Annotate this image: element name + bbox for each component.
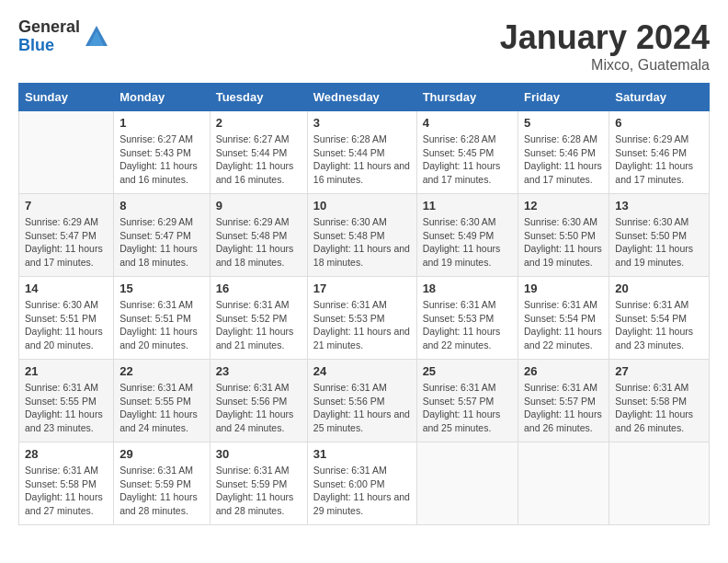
calendar-cell: 1 Sunrise: 6:27 AMSunset: 5:43 PMDayligh… — [114, 111, 210, 194]
day-number: 7 — [25, 199, 108, 213]
day-detail: Sunrise: 6:30 AMSunset: 5:50 PMDaylight:… — [615, 215, 703, 270]
calendar-cell: 10 Sunrise: 6:30 AMSunset: 5:48 PMDaylig… — [307, 194, 416, 277]
day-detail: Sunrise: 6:28 AMSunset: 5:44 PMDaylight:… — [313, 132, 411, 187]
day-detail: Sunrise: 6:27 AMSunset: 5:43 PMDaylight:… — [119, 132, 204, 187]
day-detail: Sunrise: 6:31 AMSunset: 5:55 PMDaylight:… — [119, 381, 204, 435]
day-detail: Sunrise: 6:31 AMSunset: 5:57 PMDaylight:… — [423, 381, 512, 435]
calendar-cell: 29 Sunrise: 6:31 AMSunset: 5:59 PMDaylig… — [114, 442, 210, 525]
weekday-header: Saturday — [609, 84, 710, 111]
day-detail: Sunrise: 6:30 AMSunset: 5:48 PMDaylight:… — [313, 215, 411, 270]
calendar-cell: 2 Sunrise: 6:27 AMSunset: 5:44 PMDayligh… — [210, 111, 307, 194]
calendar-cell: 12 Sunrise: 6:30 AMSunset: 5:50 PMDaylig… — [518, 194, 609, 277]
calendar-cell: 17 Sunrise: 6:31 AMSunset: 5:53 PMDaylig… — [307, 277, 416, 360]
day-detail: Sunrise: 6:31 AMSunset: 5:56 PMDaylight:… — [313, 381, 411, 435]
calendar-cell: 14 Sunrise: 6:30 AMSunset: 5:51 PMDaylig… — [19, 277, 114, 360]
calendar-cell: 9 Sunrise: 6:29 AMSunset: 5:48 PMDayligh… — [210, 194, 307, 277]
calendar-cell: 15 Sunrise: 6:31 AMSunset: 5:51 PMDaylig… — [114, 277, 210, 360]
day-detail: Sunrise: 6:31 AMSunset: 5:59 PMDaylight:… — [216, 464, 301, 518]
day-detail: Sunrise: 6:30 AMSunset: 5:50 PMDaylight:… — [524, 215, 603, 270]
calendar-cell: 5 Sunrise: 6:28 AMSunset: 5:46 PMDayligh… — [518, 111, 609, 194]
day-number: 12 — [524, 199, 603, 213]
calendar-week-row: 14 Sunrise: 6:30 AMSunset: 5:51 PMDaylig… — [19, 277, 710, 360]
day-number: 17 — [313, 282, 411, 295]
logo-general: General — [18, 18, 80, 37]
calendar-cell: 11 Sunrise: 6:30 AMSunset: 5:49 PMDaylig… — [416, 194, 518, 277]
title-block: January 2024 Mixco, Guatemala — [500, 18, 710, 74]
calendar-cell: 26 Sunrise: 6:31 AMSunset: 5:57 PMDaylig… — [518, 360, 609, 442]
day-detail: Sunrise: 6:31 AMSunset: 5:51 PMDaylight:… — [119, 298, 204, 352]
day-number: 13 — [615, 199, 703, 213]
calendar-cell: 24 Sunrise: 6:31 AMSunset: 5:56 PMDaylig… — [307, 360, 416, 442]
calendar-cell: 28 Sunrise: 6:31 AMSunset: 5:58 PMDaylig… — [19, 442, 114, 525]
calendar-cell: 30 Sunrise: 6:31 AMSunset: 5:59 PMDaylig… — [210, 442, 307, 525]
day-number: 29 — [119, 447, 204, 461]
day-detail: Sunrise: 6:29 AMSunset: 5:46 PMDaylight:… — [615, 132, 703, 187]
day-detail: Sunrise: 6:27 AMSunset: 5:44 PMDaylight:… — [216, 132, 301, 187]
day-detail: Sunrise: 6:31 AMSunset: 5:53 PMDaylight:… — [313, 298, 411, 352]
day-number: 27 — [615, 364, 703, 378]
day-number: 23 — [216, 364, 301, 378]
weekday-header: Thursday — [416, 84, 518, 111]
weekday-header: Friday — [518, 84, 609, 111]
logo-blue: Blue — [18, 37, 80, 55]
day-detail: Sunrise: 6:31 AMSunset: 5:53 PMDaylight:… — [423, 298, 512, 352]
calendar-table: SundayMondayTuesdayWednesdayThursdayFrid… — [18, 83, 710, 525]
weekday-header: Tuesday — [210, 84, 307, 111]
header-row: SundayMondayTuesdayWednesdayThursdayFrid… — [19, 84, 710, 111]
main-title: January 2024 — [500, 18, 710, 57]
day-detail: Sunrise: 6:31 AMSunset: 5:54 PMDaylight:… — [615, 298, 703, 352]
day-number: 4 — [423, 116, 512, 130]
day-number: 31 — [313, 447, 411, 461]
day-number: 28 — [25, 447, 108, 461]
calendar-cell: 31 Sunrise: 6:31 AMSunset: 6:00 PMDaylig… — [307, 442, 416, 525]
day-number: 30 — [216, 447, 301, 461]
day-detail: Sunrise: 6:31 AMSunset: 5:58 PMDaylight:… — [615, 381, 703, 435]
calendar-cell — [416, 442, 518, 525]
day-detail: Sunrise: 6:29 AMSunset: 5:47 PMDaylight:… — [119, 215, 204, 270]
calendar-cell — [518, 442, 609, 525]
day-detail: Sunrise: 6:31 AMSunset: 5:57 PMDaylight:… — [524, 381, 603, 435]
calendar-week-row: 28 Sunrise: 6:31 AMSunset: 5:58 PMDaylig… — [19, 442, 710, 525]
calendar-cell: 6 Sunrise: 6:29 AMSunset: 5:46 PMDayligh… — [609, 111, 710, 194]
calendar-week-row: 21 Sunrise: 6:31 AMSunset: 5:55 PMDaylig… — [19, 360, 710, 442]
calendar-cell: 21 Sunrise: 6:31 AMSunset: 5:55 PMDaylig… — [19, 360, 114, 442]
calendar-header: SundayMondayTuesdayWednesdayThursdayFrid… — [19, 84, 710, 111]
subtitle: Mixco, Guatemala — [500, 57, 710, 74]
day-detail: Sunrise: 6:30 AMSunset: 5:51 PMDaylight:… — [25, 298, 108, 352]
logo: General Blue — [18, 18, 109, 55]
day-detail: Sunrise: 6:31 AMSunset: 5:56 PMDaylight:… — [216, 381, 301, 435]
day-detail: Sunrise: 6:29 AMSunset: 5:48 PMDaylight:… — [216, 215, 301, 270]
day-detail: Sunrise: 6:31 AMSunset: 5:58 PMDaylight:… — [25, 464, 108, 518]
day-detail: Sunrise: 6:28 AMSunset: 5:45 PMDaylight:… — [423, 132, 512, 187]
day-number: 9 — [216, 199, 301, 213]
calendar-cell: 23 Sunrise: 6:31 AMSunset: 5:56 PMDaylig… — [210, 360, 307, 442]
calendar-cell: 18 Sunrise: 6:31 AMSunset: 5:53 PMDaylig… — [416, 277, 518, 360]
day-number: 10 — [313, 199, 411, 213]
day-number: 5 — [524, 116, 603, 130]
day-number: 26 — [524, 364, 603, 378]
day-number: 8 — [119, 199, 204, 213]
day-number: 15 — [119, 282, 204, 295]
day-detail: Sunrise: 6:30 AMSunset: 5:49 PMDaylight:… — [423, 215, 512, 270]
day-detail: Sunrise: 6:31 AMSunset: 5:55 PMDaylight:… — [25, 381, 108, 435]
day-number: 2 — [216, 116, 301, 130]
page-header: General Blue January 2024 Mixco, Guatema… — [18, 18, 710, 74]
logo-icon — [84, 24, 109, 50]
calendar-cell: 16 Sunrise: 6:31 AMSunset: 5:52 PMDaylig… — [210, 277, 307, 360]
calendar-cell: 19 Sunrise: 6:31 AMSunset: 5:54 PMDaylig… — [518, 277, 609, 360]
day-number: 16 — [216, 282, 301, 295]
calendar-cell: 4 Sunrise: 6:28 AMSunset: 5:45 PMDayligh… — [416, 111, 518, 194]
day-detail: Sunrise: 6:29 AMSunset: 5:47 PMDaylight:… — [25, 215, 108, 270]
day-number: 22 — [119, 364, 204, 378]
calendar-cell: 20 Sunrise: 6:31 AMSunset: 5:54 PMDaylig… — [609, 277, 710, 360]
day-number: 21 — [25, 364, 108, 378]
day-detail: Sunrise: 6:28 AMSunset: 5:46 PMDaylight:… — [524, 132, 603, 187]
day-detail: Sunrise: 6:31 AMSunset: 6:00 PMDaylight:… — [313, 464, 411, 518]
calendar-cell: 22 Sunrise: 6:31 AMSunset: 5:55 PMDaylig… — [114, 360, 210, 442]
calendar-cell: 27 Sunrise: 6:31 AMSunset: 5:58 PMDaylig… — [609, 360, 710, 442]
calendar-body: 1 Sunrise: 6:27 AMSunset: 5:43 PMDayligh… — [19, 111, 710, 525]
day-number: 6 — [615, 116, 703, 130]
day-number: 3 — [313, 116, 411, 130]
day-number: 25 — [423, 364, 512, 378]
weekday-header: Sunday — [19, 84, 114, 111]
